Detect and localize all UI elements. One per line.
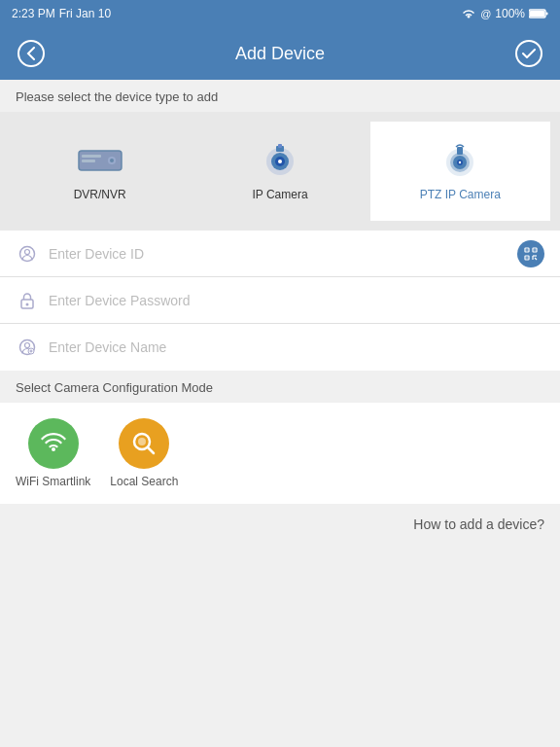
device-name-field	[0, 324, 560, 371]
svg-point-34	[25, 343, 30, 348]
svg-rect-27	[527, 257, 528, 258]
wifi-icon	[461, 8, 476, 19]
svg-rect-4	[82, 155, 101, 158]
svg-rect-2	[530, 11, 544, 17]
svg-line-39	[148, 447, 154, 453]
password-icon	[16, 292, 39, 309]
app-header: Add Device	[0, 27, 560, 80]
device-type-dvr[interactable]: DVR/NVR	[10, 122, 190, 221]
device-type-label: Please select the device type to add	[0, 80, 560, 112]
status-time: 2:23 PM	[12, 7, 55, 20]
device-id-field	[0, 231, 560, 277]
status-date: Fri Jan 10	[59, 7, 111, 20]
back-button[interactable]	[16, 38, 47, 69]
device-name-input[interactable]	[49, 339, 544, 355]
svg-rect-1	[546, 13, 548, 16]
local-search-label: Local Search	[110, 475, 178, 488]
dvr-label: DVR/NVR	[74, 188, 126, 201]
svg-point-11	[278, 160, 282, 163]
qr-icon	[517, 240, 544, 267]
device-type-list: DVR/NVR IP Camera	[10, 122, 550, 221]
ptz-camera-icon	[436, 141, 484, 180]
signal-icon: @	[480, 8, 491, 19]
status-icons: @ 100%	[461, 7, 548, 20]
wifi-smartlink-option[interactable]: WiFi Smartlink	[16, 418, 90, 488]
svg-rect-25	[527, 249, 528, 250]
confirm-button[interactable]	[513, 38, 544, 69]
svg-point-7	[110, 159, 114, 162]
device-type-section: DVR/NVR IP Camera	[0, 112, 560, 231]
local-search-option[interactable]: Local Search	[110, 418, 178, 488]
wifi-smartlink-icon-circle	[28, 418, 79, 469]
ip-camera-icon	[256, 141, 304, 180]
config-options-list: WiFi Smartlink Local Search	[16, 418, 544, 488]
device-name-icon	[16, 338, 39, 356]
svg-point-32	[26, 302, 29, 305]
dvr-icon	[76, 141, 124, 180]
svg-line-30	[535, 258, 537, 260]
device-id-input[interactable]	[49, 246, 517, 262]
check-circle	[515, 40, 542, 67]
device-password-input[interactable]	[49, 293, 544, 308]
battery-icon	[529, 9, 548, 18]
ptz-camera-label: PTZ IP Camera	[420, 188, 501, 201]
how-to-section: How to add a device?	[0, 504, 560, 545]
ip-camera-label: IP Camera	[252, 188, 307, 201]
svg-rect-13	[278, 144, 282, 148]
status-bar: 2:23 PM Fri Jan 10 @ 100%	[0, 0, 560, 27]
svg-rect-26	[535, 249, 536, 250]
status-time-date: 2:23 PM Fri Jan 10	[12, 7, 111, 20]
device-id-icon	[16, 245, 39, 263]
svg-point-21	[25, 249, 30, 254]
device-password-field	[0, 277, 560, 324]
wifi-smartlink-label: WiFi Smartlink	[16, 475, 90, 488]
battery-label: 100%	[495, 7, 525, 20]
local-search-icon-circle	[119, 418, 169, 469]
how-to-link[interactable]: How to add a device?	[413, 516, 544, 532]
device-type-ip-camera[interactable]: IP Camera	[190, 122, 369, 221]
page-title: Add Device	[235, 44, 325, 64]
device-type-ptz-camera[interactable]: PTZ IP Camera	[370, 122, 550, 221]
config-section-label: Select Camera Configuration Mode	[0, 371, 560, 403]
svg-rect-5	[82, 160, 95, 162]
bottom-area	[0, 545, 560, 739]
svg-rect-19	[457, 147, 463, 155]
device-form	[0, 231, 560, 371]
back-circle	[18, 40, 45, 67]
svg-point-40	[138, 438, 146, 445]
config-section: WiFi Smartlink Local Search	[0, 403, 560, 504]
svg-point-18	[459, 161, 461, 163]
qr-scan-button[interactable]	[517, 240, 544, 267]
